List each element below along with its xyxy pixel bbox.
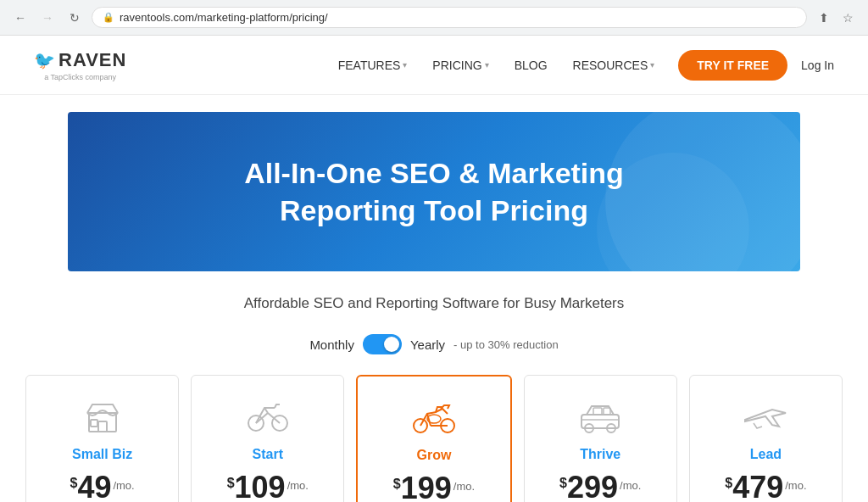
address-bar[interactable]: 🔒 raventools.com/marketing-platform/pric… (92, 7, 807, 28)
reload-button[interactable]: ↻ (64, 8, 85, 28)
plan-grow: Grow $ 199 /mo. 80 Domains/Campaigns 8 U… (356, 375, 511, 502)
price-lead: $ 479 /mo. (704, 472, 828, 502)
price-start: $ 109 /mo. (205, 472, 330, 502)
logo-tagline: a TapClicks company (44, 73, 116, 81)
savings-label: - up to 30% reduction (453, 338, 559, 351)
nav-links: FEATURES ▾ PRICING ▾ BLOG RESOURCES ▾ TR… (328, 50, 834, 81)
motorcycle-icon (371, 395, 496, 439)
billing-toggle-section: Monthly Yearly - up to 30% reduction (0, 326, 868, 375)
price-period: /mo. (453, 480, 475, 493)
svg-rect-11 (593, 408, 602, 415)
subtitle-text: Affordable SEO and Reporting Software fo… (34, 295, 834, 312)
logo[interactable]: 🐦 RAVEN a TapClicks company (34, 49, 126, 81)
plan-start: Start $ 109 /mo. 20 Domains/Campaigns 4 … (191, 375, 344, 502)
price-period: /mo. (620, 479, 641, 492)
card-body-grow: Grow $ 199 /mo. 80 Domains/Campaigns 8 U… (358, 376, 509, 502)
nav-features[interactable]: FEATURES ▾ (328, 52, 418, 79)
car-icon (538, 394, 663, 438)
billing-toggle[interactable] (363, 334, 402, 354)
hero-title: All-In-One SEO & Marketing Reporting Too… (102, 154, 766, 229)
plane-icon (704, 394, 828, 438)
plan-lead: Lead $ 479 /mo. 320 Domains/Campaigns 40… (689, 375, 843, 502)
card-body-start: Start $ 109 /mo. 20 Domains/Campaigns 4 … (192, 376, 343, 502)
url-text: raventools.com/marketing-platform/pricin… (120, 11, 328, 24)
hero-wrapper: All-In-One SEO & Marketing Reporting Too… (0, 95, 868, 271)
nav-resources[interactable]: RESOURCES ▾ (563, 52, 665, 79)
chevron-down-icon: ▾ (650, 60, 654, 70)
plan-small-biz: Small Biz $ 49 /mo. 2 Domains/Campaigns … (25, 375, 179, 502)
chevron-down-icon: ▾ (403, 60, 407, 70)
nav-try-free-button[interactable]: TRY IT FREE (678, 50, 787, 81)
svg-rect-2 (91, 420, 97, 427)
price-amount: 299 (567, 472, 618, 502)
svg-rect-8 (581, 415, 619, 428)
forward-button[interactable]: → (37, 8, 58, 28)
plan-name-grow: Grow (371, 448, 496, 463)
subtitle-section: Affordable SEO and Reporting Software fo… (0, 271, 868, 326)
price-amount: 49 (77, 472, 111, 502)
price-dollar: $ (70, 476, 77, 491)
yearly-label: Yearly (410, 337, 445, 352)
price-period: /mo. (287, 479, 309, 492)
store-icon (40, 394, 164, 438)
logo-text: RAVEN (58, 49, 126, 71)
price-small-biz: $ 49 /mo. (40, 472, 164, 502)
price-dollar: $ (725, 476, 732, 491)
card-body-lead: Lead $ 479 /mo. 320 Domains/Campaigns 40… (690, 376, 842, 502)
nav-login-link[interactable]: Log In (801, 59, 834, 72)
lock-icon: 🔒 (103, 12, 114, 23)
browser-actions: ⬆ ☆ (814, 8, 858, 28)
price-dollar: $ (227, 476, 235, 491)
price-amount: 109 (235, 472, 286, 502)
main-nav: 🐦 RAVEN a TapClicks company FEATURES ▾ P… (0, 36, 868, 95)
chevron-down-icon: ▾ (485, 60, 489, 70)
card-body-small-biz: Small Biz $ 49 /mo. 2 Domains/Campaigns … (26, 376, 178, 502)
page: 🐦 RAVEN a TapClicks company FEATURES ▾ P… (0, 36, 868, 502)
plan-name-lead: Lead (704, 447, 828, 462)
price-dollar: $ (559, 476, 567, 491)
price-amount: 199 (401, 473, 452, 502)
price-thrive: $ 299 /mo. (538, 472, 663, 502)
nav-blog[interactable]: BLOG (504, 52, 558, 79)
plan-name-start: Start (205, 447, 330, 462)
price-amount: 479 (732, 472, 783, 502)
bicycle-icon (205, 394, 330, 438)
plan-thrive: Thrive $ 299 /mo. 160 Domains/Campaigns … (524, 375, 677, 502)
card-body-thrive: Thrive $ 299 /mo. 160 Domains/Campaigns … (525, 376, 676, 502)
pricing-cards: Small Biz $ 49 /mo. 2 Domains/Campaigns … (0, 375, 868, 502)
price-period: /mo. (785, 479, 806, 492)
nav-pricing[interactable]: PRICING ▾ (422, 52, 498, 79)
bookmark-button[interactable]: ☆ (837, 8, 858, 28)
logo-bird-icon: 🐦 (34, 50, 55, 70)
svg-rect-1 (98, 421, 107, 432)
monthly-label: Monthly (309, 337, 354, 352)
price-grow: $ 199 /mo. (371, 473, 496, 502)
price-period: /mo. (113, 479, 134, 492)
plan-name-small-biz: Small Biz (40, 447, 164, 462)
browser-chrome: ← → ↻ 🔒 raventools.com/marketing-platfor… (0, 0, 868, 36)
back-button[interactable]: ← (10, 8, 31, 28)
plan-name-thrive: Thrive (538, 447, 663, 462)
share-button[interactable]: ⬆ (814, 8, 834, 28)
price-dollar: $ (393, 477, 401, 492)
hero-banner: All-In-One SEO & Marketing Reporting Too… (68, 112, 800, 271)
